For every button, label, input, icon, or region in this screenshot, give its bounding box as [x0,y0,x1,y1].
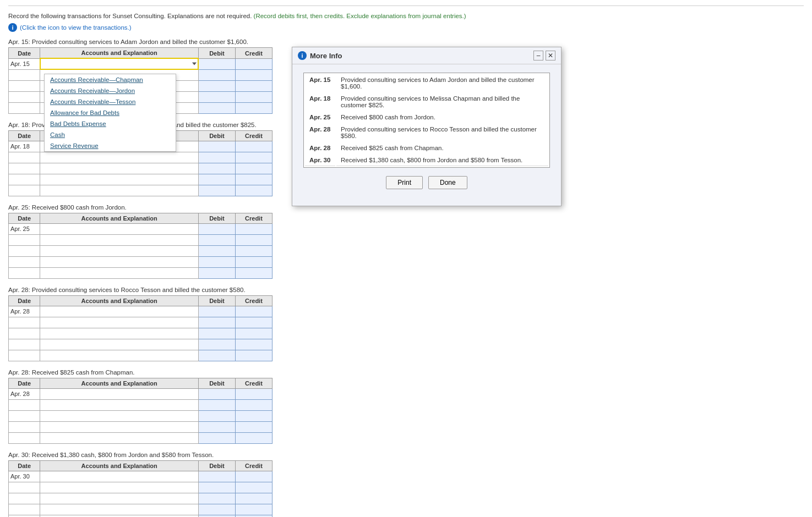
credit-input-apr30-4[interactable] [237,505,270,514]
debit-input-apr30-4[interactable] [200,505,233,514]
credit-cell-apr15-1[interactable] [235,58,272,69]
debit-input-apr28a-5[interactable] [200,351,233,360]
dropdown-item-service-revenue[interactable]: Service Revenue [45,140,176,151]
credit-input-apr15-3[interactable] [237,81,270,91]
debit-cell-apr15-3[interactable] [198,80,235,91]
credit-input-apr28b-2[interactable] [237,400,270,410]
debit-cell-apr15-5[interactable] [198,102,235,113]
debit-input-apr25-1[interactable] [200,224,233,234]
debit-input-apr25-3[interactable] [200,246,233,256]
accounts-input-apr25-5[interactable] [42,268,196,278]
info-icon[interactable]: i [8,23,17,32]
credit-input-apr28a-3[interactable] [237,329,270,338]
credit-input-apr28a-5[interactable] [237,351,270,360]
debit-input-apr15-4[interactable] [200,92,233,102]
debit-input-apr18-2[interactable] [200,153,233,162]
debit-input-apr30-1[interactable] [200,472,233,481]
accounts-input-apr25-1[interactable] [42,224,196,234]
dropdown-list-apr15[interactable]: Accounts Receivable—Chapman Accounts Rec… [44,74,176,152]
accounts-input-apr28b-5[interactable] [42,433,196,443]
debit-input-apr25-2[interactable] [200,235,233,245]
modal-close-button[interactable]: ✕ [546,51,555,61]
accounts-input-apr28b-1[interactable] [42,389,196,399]
debit-input-apr28a-1[interactable] [200,307,233,316]
debit-input-apr25-4[interactable] [200,257,233,267]
credit-input-apr25-2[interactable] [237,235,270,245]
credit-input-apr28a-4[interactable] [237,340,270,349]
print-button[interactable]: Print [386,176,423,189]
dropdown-item-bad-debts[interactable]: Bad Debts Expense [45,118,176,129]
debit-input-apr18-4[interactable] [200,175,233,184]
accounts-input-apr18-4[interactable] [42,175,196,184]
debit-input-apr15-2[interactable] [200,70,233,80]
accounts-input-apr28b-4[interactable] [42,422,196,432]
credit-input-apr30-1[interactable] [237,472,270,481]
credit-cell-apr15-5[interactable] [235,102,272,113]
accounts-input-apr28a-1[interactable] [42,307,196,316]
done-button[interactable]: Done [428,176,467,189]
debit-input-apr18-3[interactable] [200,164,233,173]
debit-input-apr30-2[interactable] [200,483,233,492]
credit-input-apr30-3[interactable] [237,494,270,503]
credit-input-apr25-4[interactable] [237,257,270,267]
debit-input-apr28b-5[interactable] [200,433,233,443]
accounts-input-apr25-4[interactable] [42,257,196,267]
credit-input-apr25-1[interactable] [237,224,270,234]
credit-cell-apr15-4[interactable] [235,91,272,102]
debit-input-apr15-5[interactable] [200,103,233,113]
credit-input-apr18-1[interactable] [237,142,270,151]
accounts-input-apr28a-3[interactable] [42,329,196,338]
credit-input-apr28b-3[interactable] [237,411,270,421]
credit-input-apr28b-1[interactable] [237,389,270,399]
dropdown-item-ar-tesson[interactable]: Accounts Receivable—Tesson [45,96,176,107]
credit-input-apr30-2[interactable] [237,483,270,492]
accounts-cell-apr15-1[interactable] [40,58,198,69]
credit-cell-apr15-3[interactable] [235,80,272,91]
debit-input-apr25-5[interactable] [200,268,233,278]
accounts-input-apr25-2[interactable] [42,235,196,245]
accounts-input-apr28a-4[interactable] [42,340,196,349]
credit-input-apr28a-1[interactable] [237,307,270,316]
debit-cell-apr15-4[interactable] [198,91,235,102]
credit-input-apr15-1[interactable] [237,59,270,69]
dropdown-item-ar-jordon[interactable]: Accounts Receivable—Jordon [45,85,176,96]
credit-input-apr15-4[interactable] [237,92,270,102]
accounts-input-apr28a-2[interactable] [42,318,196,327]
accounts-input-apr15-1[interactable] [42,59,196,68]
accounts-input-apr18-2[interactable] [42,153,196,162]
debit-input-apr18-5[interactable] [200,186,233,195]
debit-input-apr28a-4[interactable] [200,340,233,349]
debit-input-apr28b-2[interactable] [200,400,233,410]
credit-cell-apr18-1[interactable] [235,141,272,152]
accounts-input-apr18-3[interactable] [42,164,196,173]
credit-input-apr18-2[interactable] [237,153,270,162]
debit-input-apr28a-3[interactable] [200,329,233,338]
debit-cell-apr15-1[interactable] [198,58,235,69]
credit-input-apr28b-5[interactable] [237,433,270,443]
credit-input-apr25-3[interactable] [237,246,270,256]
accounts-input-apr30-4[interactable] [42,505,196,514]
credit-input-apr18-5[interactable] [237,186,270,195]
dropdown-item-allowance[interactable]: Allowance for Bad Debts [45,107,176,118]
debit-input-apr28a-2[interactable] [200,318,233,327]
debit-input-apr28b-3[interactable] [200,411,233,421]
credit-input-apr15-5[interactable] [237,103,270,113]
debit-input-apr30-3[interactable] [200,494,233,503]
accounts-input-apr30-3[interactable] [42,494,196,503]
credit-input-apr25-5[interactable] [237,268,270,278]
accounts-input-apr30-1[interactable] [42,472,196,481]
accounts-input-apr28b-2[interactable] [42,400,196,410]
credit-input-apr18-3[interactable] [237,164,270,173]
dropdown-item-ar-chapman[interactable]: Accounts Receivable—Chapman [45,74,176,85]
credit-input-apr28b-4[interactable] [237,422,270,432]
credit-input-apr15-2[interactable] [237,70,270,80]
debit-input-apr15-3[interactable] [200,81,233,91]
credit-input-apr28a-2[interactable] [237,318,270,327]
accounts-input-apr25-3[interactable] [42,246,196,256]
credit-cell-apr15-2[interactable] [235,69,272,80]
accounts-input-apr30-2[interactable] [42,483,196,492]
debit-input-apr15-1[interactable] [200,59,233,69]
accounts-input-apr28a-5[interactable] [42,351,196,360]
info-row[interactable]: i (Click the icon to view the transactio… [8,23,804,32]
debit-input-apr28b-4[interactable] [200,422,233,432]
